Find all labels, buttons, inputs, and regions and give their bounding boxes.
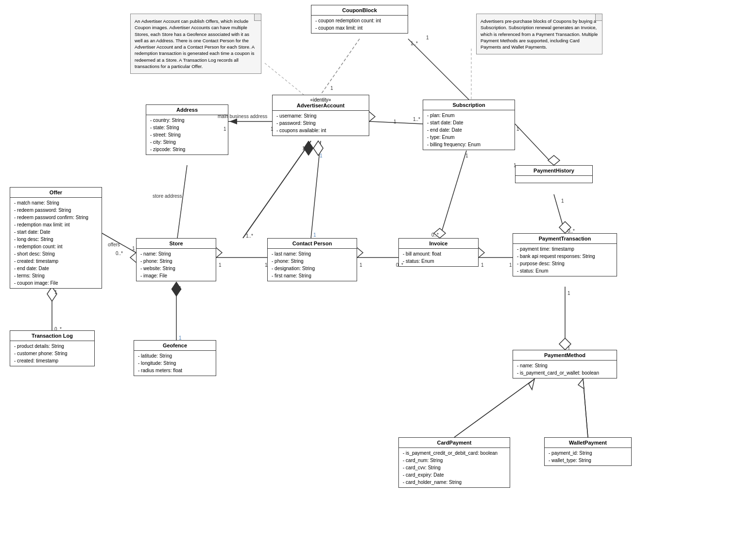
offer-attr10: - end date: Date — [14, 265, 98, 272]
advertiseraccount-title: AdvertiserAccount — [297, 103, 344, 108]
svg-line-4 — [243, 141, 311, 238]
paymentmethod-header: PaymentMethod — [513, 350, 617, 361]
class-advertiseraccount: «identity» AdvertiserAccount - username:… — [272, 95, 369, 136]
aa-attr1: - username: String — [276, 112, 365, 120]
advertiseraccount-stereotype: «identity» — [275, 97, 366, 103]
walletpayment-header: WalletPayment — [545, 438, 631, 448]
mult-aa-store2: 1..* — [246, 233, 253, 239]
paymentmethod-title: PaymentMethod — [544, 352, 585, 358]
cp2-attr2: - card_num: String — [403, 457, 506, 464]
mult-pt-pm1: 1 — [567, 291, 570, 296]
class-paymenttransaction: PaymentTransaction - payment time: times… — [513, 233, 617, 276]
mult-aa-cp2: 1 — [313, 232, 316, 238]
diagram-container: An Advertiser Account can publish Offers… — [0, 0, 756, 550]
addr-attr3: - street: String — [150, 131, 224, 138]
address-body: - country: String - state: String - stre… — [146, 115, 228, 155]
couponblock-title: CouponBlock — [342, 7, 377, 13]
inv-attr1: - bill amount: float — [403, 250, 474, 258]
mult-ph-pt2: 0..* — [567, 228, 575, 234]
paymenttransaction-header: PaymentTransaction — [513, 234, 617, 244]
offer-body: - match name: String - redeem password: … — [10, 198, 102, 288]
mult-sub-ph2: 1 — [514, 163, 516, 168]
label-main-business-address: main business address — [218, 114, 267, 119]
tl-attr3: - created: timestamp — [14, 357, 90, 364]
pt-attr1: - payment time: timestamp — [517, 245, 613, 253]
offer-attr9: - created: timestamp — [14, 258, 98, 265]
class-offer: Offer - match name: String - redeem pass… — [10, 187, 102, 289]
transactionlog-header: Transaction Log — [10, 331, 94, 341]
label-offers: offers — [108, 242, 120, 247]
class-subscription: Subscription - plan: Enum - start date: … — [423, 100, 515, 150]
mult-store-geo1: 1 — [179, 286, 182, 291]
note-left-text: An Advertiser Account can publish Offers… — [135, 18, 255, 69]
couponblock-body: - coupon redemption count: int - coupon … — [311, 16, 408, 33]
advertiseraccount-header: «identity» AdvertiserAccount — [273, 95, 369, 111]
mult-cb-sub: 1..* — [411, 41, 418, 46]
class-paymentmethod: PaymentMethod - name: String - is_paymen… — [513, 350, 617, 378]
class-address: Address - country: String - state: Strin… — [146, 104, 228, 155]
mult-cp-inv1: 1 — [360, 262, 362, 268]
geofence-body: - latitude: String - longitude: String -… — [134, 351, 216, 376]
svg-line-32 — [454, 379, 534, 437]
subscription-title: Subscription — [452, 102, 485, 108]
mult-pt-pm2: 1 — [567, 346, 570, 351]
paymenthistory-header: PaymentHistory — [515, 166, 592, 176]
offer-attr12: - coupon image: File — [14, 279, 98, 287]
cp-attr4: - first name: String — [272, 272, 353, 279]
mult-aa-cp1: 1 — [320, 153, 323, 158]
couponblock-header: CouponBlock — [311, 5, 408, 16]
svg-line-17 — [454, 379, 534, 437]
mult-store-cp1: 1 — [219, 262, 222, 268]
offer-title: Offer — [50, 189, 62, 195]
address-header: Address — [146, 105, 228, 115]
store-attr3: - website: String — [140, 265, 212, 272]
pt-attr4: - status: Enum — [517, 267, 613, 275]
addr-attr5: - zipcode: String — [150, 146, 224, 153]
store-body: - name: String - phone: String - website… — [137, 249, 216, 281]
mult-sub-inv2: 0..* — [431, 232, 439, 238]
mult-sub-cb: 1 — [426, 35, 429, 40]
inv-attr2: - status: Enum — [403, 258, 474, 265]
mult-aa-sub1: 1..* — [413, 117, 420, 122]
transactionlog-title: Transaction Log — [32, 333, 73, 339]
wp-attr2: - wallet_type: String — [549, 457, 627, 464]
couponblock-attr2: - coupon max limit: int — [315, 24, 404, 32]
mult-offer-tl2: 0..* — [54, 327, 62, 332]
sub-attr1: - plan: Enum — [427, 112, 511, 119]
class-cardpayment: CardPayment - is_payment_credit_or_debit… — [398, 437, 510, 488]
cp2-attr5: - card_holder_name: String — [403, 479, 506, 486]
note-right: Advertisers pre-purchase blocks of Coupo… — [476, 14, 602, 54]
invoice-title: Invoice — [430, 241, 448, 246]
tl-attr2: - customer phone: String — [14, 350, 90, 357]
offer-attr8: - short desc: String — [14, 250, 98, 258]
sub-attr3: - end date: Date — [427, 126, 511, 134]
offer-attr1: - match name: String — [14, 199, 98, 206]
sub-attr5: - billing frequency: Enum — [427, 141, 511, 148]
pm-attr2: - is_payment_card_or_wallet: boolean — [517, 369, 613, 377]
svg-line-34 — [583, 379, 588, 437]
wp-attr1: - payment_id: String — [549, 449, 627, 457]
class-contactperson: Contact Person - last name: String - pho… — [267, 238, 357, 281]
mult-inv-pt2: 1 — [509, 262, 512, 268]
store-header: Store — [137, 239, 216, 249]
walletpayment-body: - payment_id: String - wallet_type: Stri… — [545, 448, 631, 465]
couponblock-attr1: - coupon redemption count: int — [315, 17, 404, 24]
mult-store-geo2: 1 — [179, 335, 182, 341]
svg-line-6 — [177, 165, 187, 238]
svg-marker-36 — [548, 155, 560, 165]
pm-attr1: - name: String — [517, 362, 613, 369]
paymenttransaction-body: - payment time: timestamp - bank api req… — [513, 244, 617, 276]
geo-attr2: - longitude: String — [138, 360, 212, 367]
svg-line-5 — [311, 141, 321, 238]
class-walletpayment: WalletPayment - payment_id: String - wal… — [544, 437, 632, 466]
cp-attr2: - phone: String — [272, 258, 353, 265]
mult-ph-pt1: 1 — [561, 198, 564, 204]
subscription-header: Subscription — [423, 100, 515, 110]
tl-attr1: - product details: String — [14, 343, 90, 350]
mult-aa-store1: 1 — [302, 146, 305, 151]
paymenthistory-title: PaymentHistory — [533, 168, 574, 173]
svg-line-13 — [515, 124, 554, 165]
offer-attr7: - redemption count: int — [14, 243, 98, 250]
sub-attr4: - type: Enum — [427, 134, 511, 141]
class-couponblock: CouponBlock - coupon redemption count: i… — [311, 5, 408, 34]
